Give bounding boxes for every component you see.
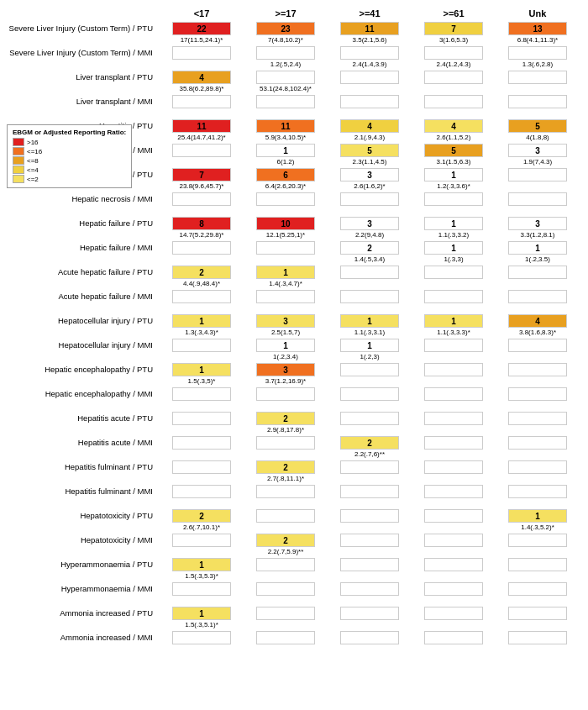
table-row: Ammonia increased / PTU11.5(.3,5.1)*	[4, 607, 584, 630]
value-box: 1	[256, 144, 315, 157]
empty-box	[508, 607, 567, 620]
cell-22-3	[412, 558, 496, 571]
cell-7-0	[160, 192, 244, 206]
empty-box	[424, 631, 483, 644]
value-box: 1	[172, 558, 231, 571]
cell-23-1	[244, 582, 328, 596]
data-table: Severe Liver Injury (Custom Term) / PTU2…	[4, 22, 584, 655]
row-label: Severe Liver Injury (Custom Term) / MMI	[4, 46, 160, 58]
cell-19-3	[412, 485, 496, 498]
value-box: 1	[424, 217, 483, 230]
cell-17-1	[244, 436, 328, 450]
empty-box	[256, 46, 315, 60]
sub-label: 2.2(.7,5.9)**	[268, 548, 304, 556]
value-box: 3	[508, 144, 567, 157]
cell-10-4	[496, 266, 580, 279]
empty-box	[424, 582, 483, 596]
empty-box	[256, 485, 315, 498]
cell-25-2	[328, 631, 412, 644]
cell-4-1: 115.9(3.4,10.5)*	[244, 119, 328, 142]
empty-box	[340, 266, 399, 279]
empty-box	[340, 558, 399, 571]
cell-7-2	[328, 192, 412, 206]
cell-7-3	[412, 192, 496, 206]
value-box: 3	[508, 217, 567, 230]
sub-label: 1.1(.3,3.1)	[354, 329, 385, 337]
empty-box	[172, 95, 231, 108]
cell-9-3: 11(.3,3)	[412, 241, 496, 264]
empty-box	[340, 534, 399, 547]
cell-0-1: 237(4.8,10.2)*	[244, 22, 328, 45]
empty-box	[172, 436, 231, 450]
row-label: Liver transplant / MMI	[4, 95, 160, 107]
value-box: 2	[340, 241, 399, 255]
cell-5-0	[160, 144, 244, 157]
row-label: Ammonia increased / PTU	[4, 607, 160, 618]
legend-label: <=4	[27, 166, 39, 174]
cell-3-4	[496, 95, 580, 108]
cell-0-3: 73(1.6,5.3)	[412, 22, 496, 45]
empty-box	[340, 363, 399, 376]
empty-box	[508, 460, 567, 474]
empty-box	[172, 582, 231, 596]
value-box: 1	[256, 339, 315, 352]
cell-16-4	[496, 412, 580, 425]
legend-label: <=8	[27, 157, 39, 165]
cell-11-0	[160, 290, 244, 303]
cell-2-0: 435.8(6.2,89.8)*	[160, 71, 244, 93]
value-box: 1	[340, 314, 399, 328]
table-row: Hepatotoxicity / PTU22.6(.7,10.1)*11.4(.…	[4, 509, 584, 533]
sub-label: 1.3(.3,4.3)*	[185, 329, 218, 337]
value-box: 5	[508, 119, 567, 133]
empty-box	[340, 95, 399, 108]
empty-box	[424, 509, 483, 523]
empty-box	[508, 46, 567, 60]
empty-box	[340, 46, 399, 60]
empty-box	[172, 631, 231, 644]
table-row: Acute hepatic failure / PTU24.4(.9,48.4)…	[4, 266, 584, 289]
empty-box	[424, 460, 483, 474]
cell-7-1	[244, 192, 328, 206]
legend-item: <=2	[13, 175, 126, 183]
empty-box	[424, 46, 483, 60]
cell-5-3: 53.1(1.5,6.3)	[412, 144, 496, 166]
empty-box	[424, 412, 483, 425]
value-box: 3	[340, 168, 399, 181]
row-label: Severe Liver Injury (Custom Term) / PTU	[4, 22, 160, 34]
sub-label: 35.8(6.2,89.8)*	[180, 85, 224, 93]
empty-box	[508, 266, 567, 279]
sub-label: 1(.2,3.4)	[273, 353, 298, 361]
cell-8-3: 11.1(.3,3.2)	[412, 217, 496, 239]
empty-box	[424, 485, 483, 498]
empty-box	[340, 509, 399, 523]
value-box: 10	[256, 217, 315, 230]
table-row: Hepatitis acute / MMI22.2(.7,6)**	[4, 436, 584, 460]
table-row: Hepatitis acute / PTU22.9(.8,17.8)*	[4, 412, 584, 435]
table-row: Hyperammonaemia / MMI	[4, 582, 584, 606]
legend-item: <=8	[13, 156, 126, 165]
table-row: Hepatitis fulminant / MMI	[4, 485, 584, 508]
sub-label: 17(11.5,24.1)*	[181, 36, 223, 45]
col-header-3: >=61	[412, 8, 496, 18]
empty-box	[256, 436, 315, 450]
cell-1-0	[160, 46, 244, 60]
empty-box	[424, 363, 483, 376]
cell-9-0	[160, 241, 244, 255]
cell-25-1	[244, 631, 328, 644]
value-box: 1	[424, 241, 483, 255]
cell-24-1	[244, 607, 328, 620]
row-label: Hyperammonaemia / PTU	[4, 558, 160, 570]
row-label: Hepatitis fulminant / MMI	[4, 485, 160, 497]
cell-11-2	[328, 290, 412, 303]
sub-label: 1.4(.3,4.7)*	[269, 280, 302, 288]
value-box: 4	[172, 71, 231, 84]
sub-label: 1.2(.3,3.6)*	[437, 182, 470, 191]
cell-9-2: 21.4(.5,3.4)	[328, 241, 412, 264]
value-box: 1	[256, 266, 315, 279]
empty-box	[256, 192, 315, 206]
legend-color-swatch	[13, 138, 24, 146]
cell-5-1: 16(1.2)	[244, 144, 328, 166]
cell-23-4	[496, 582, 580, 596]
sub-label: 25.4(14.7,41.2)*	[177, 134, 225, 142]
empty-box	[508, 71, 567, 84]
